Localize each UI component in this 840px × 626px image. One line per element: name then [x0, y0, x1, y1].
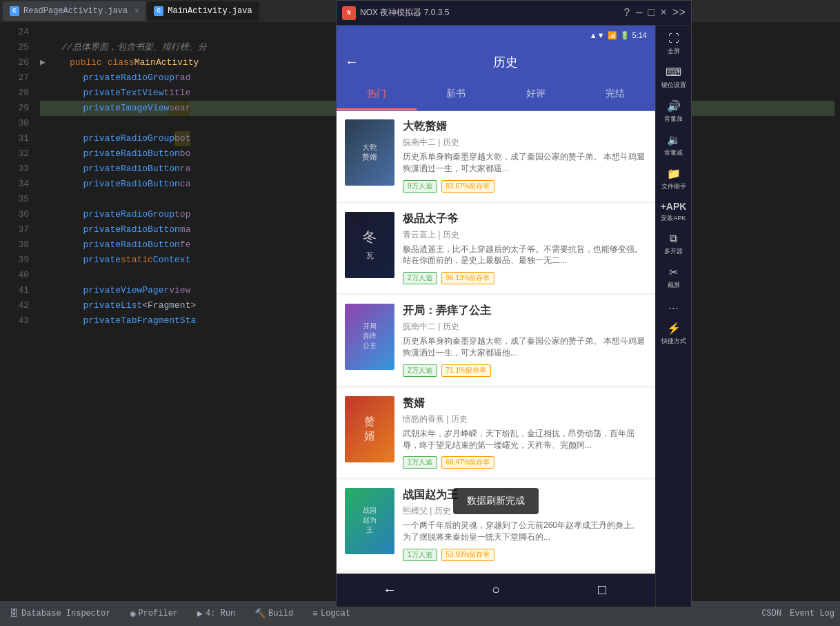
profiler-button[interactable]: ◉ Profiler: [126, 605, 182, 622]
book-item-2[interactable]: 开局弄痒公主 开局：弄痒了公主 皖南牛二 | 历史 历史系单身狗秦墨穿越大乾，成…: [337, 295, 655, 385]
volume-up-icon: 🔊: [667, 99, 681, 113]
tab-mainactivity[interactable]: C MainActivity.java: [147, 1, 259, 21]
tab-new[interactable]: 新书: [417, 79, 497, 110]
sidebar-volume-down[interactable]: 🔉 音量减: [656, 129, 691, 162]
profiler-icon: ◉: [130, 608, 136, 619]
tag-retention-0: 83.67%留存率: [441, 180, 495, 193]
tab-readpage[interactable]: C ReadPageActivity.java ×: [3, 1, 146, 21]
shortcut-label: 快捷方式: [661, 337, 686, 346]
fullscreen-label: 全屏: [668, 47, 680, 56]
emulator-sidebar: ⛶ 全屏 ⌨ 键位设置 🔊 音量加 🔉 音量减 📁 文件助手 +APK 安装A: [655, 26, 691, 607]
line-numbers: 24 25 26 27 28 29 30 31 32 33 34 35 36 3…: [0, 22, 34, 576]
emulator-main: ▲▼ 📶 🔋 5:14 ← 历史 热门 新书 好评 完结: [337, 26, 691, 607]
book-item-4[interactable]: 战国赵为王 战国赵为王 熙檩父 | 历史 一个两千年后的灵魂，穿越到了公元前26…: [337, 480, 655, 569]
run-label: 4: Run: [206, 609, 235, 618]
database-icon: 🗄: [10, 609, 19, 619]
sidebar-install-apk[interactable]: +APK 安装APK: [656, 197, 691, 227]
book-item-0[interactable]: 大乾赘婿 大乾赘婿 皖南牛二 | 历史 历史系单身狗秦墨穿越大乾，成了秦国公家的…: [337, 111, 655, 201]
sidebar-shortcut[interactable]: ⚡ 快捷方式: [656, 317, 691, 350]
book-item-3[interactable]: 赘婿 赘婿 愤怒的香蕉 | 历史 武朝末年，岁月峥嵘，天下纷乱，金辽相抗，昂势动…: [337, 388, 655, 478]
tag-readers-0: 9万人追: [403, 180, 437, 193]
tag-readers-2: 2万人追: [403, 364, 437, 377]
book-title-3: 赘婿: [403, 396, 647, 411]
logcat-label: Logcat: [321, 609, 350, 618]
wifi-icon: ▲▼: [590, 31, 605, 39]
more-icon: …: [668, 300, 679, 312]
book-desc-0: 历史系单身狗秦墨穿越大乾，成了秦国公家的赘子弟。 本想斗鸡遛狗潇洒过一生，可大家…: [403, 151, 647, 175]
screenshot-icon: ✂: [669, 266, 678, 279]
sidebar-volume-up[interactable]: 🔊 音量加: [656, 95, 691, 128]
keymapping-icon: ⌨: [666, 66, 681, 79]
build-button[interactable]: 🔨 Build: [250, 605, 297, 622]
tag-readers-3: 1万人追: [403, 456, 437, 469]
database-inspector-label: Database Inspector: [21, 609, 111, 618]
clock: 5:14: [632, 31, 647, 39]
tab-icon-mainactivity: C: [154, 6, 163, 16]
bottom-right: CSDN Event Log: [761, 609, 834, 618]
book-list[interactable]: 大乾赘婿 大乾赘婿 皖南牛二 | 历史 历史系单身狗秦墨穿越大乾，成了秦国公家的…: [337, 111, 655, 574]
sidebar-more[interactable]: …: [656, 295, 691, 316]
book-info-0: 大乾赘婿 皖南牛二 | 历史 历史系单身狗秦墨穿越大乾，成了秦国公家的赘子弟。 …: [403, 119, 647, 193]
event-log-link[interactable]: Event Log: [790, 609, 834, 618]
nav-recent[interactable]: □: [598, 583, 606, 598]
book-desc-1: 极品逍遥王，比不上穿越后的太子爷。不需要抗旨，也能够变强。 站在你面前的，是史上…: [403, 244, 647, 267]
book-author-1: 青云直上 | 历史: [403, 229, 647, 241]
book-cover-3: 赘婿: [345, 396, 394, 462]
nav-home[interactable]: ○: [492, 583, 500, 598]
book-tags-2: 2万人追 71.1%留存率: [403, 364, 647, 377]
tab-rated[interactable]: 好评: [496, 79, 576, 110]
tab-icon-readpage: C: [10, 6, 19, 16]
emulator-close[interactable]: ×: [660, 7, 667, 19]
emulator-controls: ? — □ × >>: [623, 7, 686, 19]
back-button[interactable]: ←: [348, 55, 356, 70]
phone-navbar: ← ○ □: [337, 574, 655, 607]
sidebar-screenshot[interactable]: ✂ 截屏: [656, 262, 691, 294]
run-button[interactable]: ▶ 4: Run: [193, 605, 239, 622]
install-apk-label: 安装APK: [661, 214, 686, 223]
tag-retention-2: 71.1%留存率: [441, 364, 491, 377]
tag-readers-1: 2万人追: [403, 272, 437, 284]
tag-retention-4: 53.93%留存率: [441, 549, 495, 561]
book-author-2: 皖南牛二 | 历史: [403, 321, 647, 333]
book-tags-4: 1万人追 53.93%留存率: [403, 549, 647, 561]
book-cover-2: 开局弄痒公主: [345, 304, 394, 370]
emulator-minimize[interactable]: —: [636, 7, 643, 19]
tab-finished[interactable]: 完结: [576, 79, 656, 110]
sidebar-file-manager[interactable]: 📁 文件助手: [656, 163, 691, 195]
tag-retention-3: 68.47%留存率: [441, 456, 495, 469]
book-item-1[interactable]: 冬瓦 极品太子爷 青云直上 | 历史 极品逍遥王，比不上穿越后的太子爷。不需要抗…: [337, 204, 655, 293]
app-tabs: 热门 新书 好评 完结: [337, 79, 655, 111]
book-tags-1: 2万人追 96.13%留存率: [403, 272, 647, 284]
tab-label-readpage: ReadPageActivity.java: [23, 6, 128, 16]
book-author-0: 皖南牛二 | 历史: [403, 137, 647, 148]
status-icons: ▲▼ 📶 🔋 5:14: [590, 31, 647, 40]
book-cover-0: 大乾赘婿: [345, 119, 394, 186]
book-cover-1: 冬瓦: [345, 212, 394, 278]
app-title: 历史: [367, 54, 644, 70]
nav-back[interactable]: ←: [386, 583, 394, 598]
logcat-button[interactable]: ≡ Logcat: [308, 606, 354, 622]
screenshot-label: 截屏: [668, 281, 680, 290]
tab-close-readpage[interactable]: ×: [134, 8, 139, 15]
emulator-expand[interactable]: >>: [672, 7, 686, 19]
emulator-restore[interactable]: □: [648, 7, 655, 19]
app-header: ← 历史: [337, 45, 655, 79]
file-manager-icon: 📁: [667, 167, 681, 180]
sidebar-multi[interactable]: ⧉ 多开器: [656, 228, 691, 260]
sidebar-keymapping[interactable]: ⌨ 键位设置: [656, 61, 691, 94]
build-icon: 🔨: [254, 608, 266, 619]
book-title-1: 极品太子爷: [403, 212, 647, 226]
tab-hot[interactable]: 热门: [337, 79, 417, 110]
phone-statusbar: ▲▼ 📶 🔋 5:14: [337, 26, 655, 45]
keymapping-label: 键位设置: [661, 81, 686, 90]
database-inspector-button[interactable]: 🗄 Database Inspector: [6, 606, 115, 622]
book-tags-3: 1万人追 68.47%留存率: [403, 456, 647, 469]
csdn-link[interactable]: CSDN: [761, 609, 781, 618]
book-author-3: 愤怒的香蕉 | 历史: [403, 413, 647, 425]
multi-icon: ⧉: [670, 233, 677, 245]
battery-icon: 🔋: [620, 31, 630, 40]
install-apk-icon: +APK: [661, 201, 687, 212]
nox-logo: N: [342, 6, 356, 20]
emulator-help[interactable]: ?: [623, 7, 630, 19]
sidebar-fullscreen[interactable]: ⛶ 全屏: [656, 28, 691, 60]
